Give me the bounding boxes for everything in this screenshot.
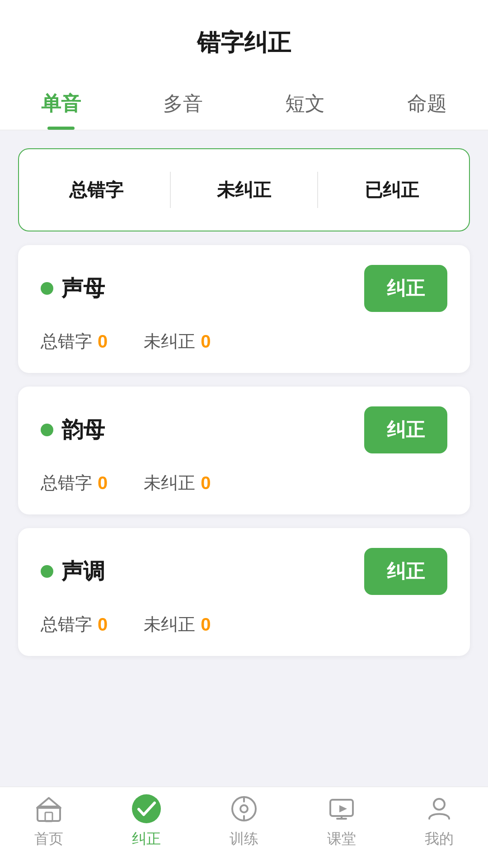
page-title: 错字纠正: [0, 27, 488, 77]
shengmu-dot: [41, 282, 53, 295]
yunmu-uncorrected: 未纠正 0: [144, 472, 211, 495]
shengdiao-dot: [41, 565, 53, 578]
header: 错字纠正: [0, 0, 488, 77]
yunmu-header: 韵母 纠正: [41, 406, 447, 453]
shengdiao-correct-button[interactable]: 纠正: [364, 548, 447, 595]
shengmu-total: 总错字 0: [41, 330, 108, 353]
shengdiao-card: 声调 纠正 总错字 0 未纠正 0: [18, 528, 470, 656]
nav-train-label: 训练: [230, 829, 258, 849]
svg-point-3: [132, 794, 161, 823]
main-content: 总错字 未纠正 已纠正 声母 纠正 总错字 0 未纠正 0: [0, 130, 488, 746]
svg-point-12: [434, 799, 445, 810]
nav-home[interactable]: 首页: [33, 793, 65, 849]
nav-class[interactable]: 课堂: [326, 793, 357, 849]
tab-multi[interactable]: 多音: [122, 77, 244, 130]
nav-home-label: 首页: [34, 829, 63, 849]
shengmu-title: 声母: [61, 274, 105, 303]
shengmu-header: 声母 纠正: [41, 265, 447, 312]
nav-train[interactable]: 训练: [228, 793, 260, 849]
nav-mine-label: 我的: [425, 829, 454, 849]
stats-divider-1: [170, 172, 171, 208]
yunmu-dot: [41, 424, 53, 436]
shengmu-title-row: 声母: [41, 274, 105, 303]
home-icon: [33, 793, 65, 825]
svg-marker-9: [339, 805, 347, 812]
correct-icon: [131, 793, 162, 825]
tab-topic[interactable]: 命题: [366, 77, 488, 130]
total-errors-stat: 总错字: [69, 178, 123, 203]
shengdiao-title-row: 声调: [41, 557, 105, 586]
stats-divider-2: [317, 172, 318, 208]
yunmu-total: 总错字 0: [41, 472, 108, 495]
bottom-nav: 首页 纠正 训练: [0, 787, 488, 868]
shengdiao-stats: 总错字 0 未纠正 0: [41, 613, 447, 636]
shengmu-stats: 总错字 0 未纠正 0: [41, 330, 447, 353]
nav-correct[interactable]: 纠正: [131, 793, 162, 849]
stats-card: 总错字 未纠正 已纠正: [18, 148, 470, 231]
svg-point-5: [240, 805, 248, 812]
tab-single[interactable]: 单音: [0, 77, 122, 130]
tab-short[interactable]: 短文: [244, 77, 366, 130]
shengdiao-total: 总错字 0: [41, 613, 108, 636]
uncorrected-stat: 未纠正: [217, 178, 271, 203]
yunmu-correct-button[interactable]: 纠正: [364, 406, 447, 453]
nav-class-label: 课堂: [327, 829, 356, 849]
yunmu-title: 韵母: [61, 415, 105, 444]
shengdiao-header: 声调 纠正: [41, 548, 447, 595]
shengmu-correct-button[interactable]: 纠正: [364, 265, 447, 312]
mine-icon: [423, 793, 455, 825]
corrected-stat: 已纠正: [365, 178, 419, 203]
tab-bar: 单音 多音 短文 命题: [0, 77, 488, 130]
shengmu-uncorrected: 未纠正 0: [144, 330, 211, 353]
yunmu-stats: 总错字 0 未纠正 0: [41, 472, 447, 495]
shengdiao-title: 声调: [61, 557, 105, 586]
nav-mine[interactable]: 我的: [423, 793, 455, 849]
shengdiao-uncorrected: 未纠正 0: [144, 613, 211, 636]
nav-correct-label: 纠正: [132, 829, 161, 849]
yunmu-title-row: 韵母: [41, 415, 105, 444]
class-icon: [326, 793, 357, 825]
train-icon: [228, 793, 260, 825]
yunmu-card: 韵母 纠正 总错字 0 未纠正 0: [18, 387, 470, 514]
shengmu-card: 声母 纠正 总错字 0 未纠正 0: [18, 245, 470, 373]
